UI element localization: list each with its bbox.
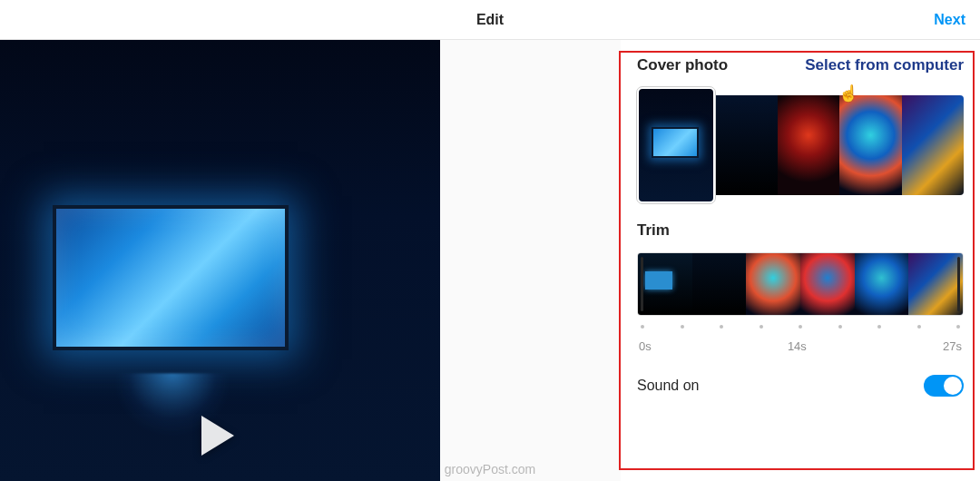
video-controls-pane: Cover photo Select from computer Trim	[621, 40, 980, 481]
trim-frame	[855, 253, 909, 315]
cover-photo-label: Cover photo	[637, 56, 728, 74]
tick-dot	[877, 325, 881, 329]
cover-frame[interactable]	[715, 95, 778, 195]
trim-label: Trim	[637, 221, 964, 240]
spacer: groovyPost.com	[440, 40, 621, 481]
tick-dot	[760, 325, 763, 329]
cover-frame-strip	[637, 87, 964, 203]
trim-ticks	[637, 325, 964, 329]
cover-header-row: Cover photo Select from computer	[637, 56, 964, 74]
dialog-header: Edit Next	[0, 0, 980, 40]
tick-dot	[917, 325, 921, 329]
trim-frame	[908, 253, 963, 315]
cover-frame[interactable]	[902, 95, 965, 195]
cover-frame[interactable]	[839, 95, 902, 195]
trim-handle-end[interactable]	[957, 257, 960, 311]
watermark-text: groovyPost.com	[445, 462, 535, 476]
trim-handle-start[interactable]	[641, 257, 643, 311]
dialog-content: groovyPost.com Cover photo Select from c…	[0, 40, 980, 481]
trim-frame	[692, 253, 747, 315]
trim-frame	[638, 253, 692, 315]
trim-frame	[746, 253, 800, 315]
tick-dot	[956, 325, 960, 329]
sound-label: Sound on	[637, 378, 700, 394]
sound-toggle[interactable]	[924, 375, 964, 397]
next-button[interactable]: Next	[934, 12, 965, 28]
trim-tick-mid: 14s	[788, 339, 807, 353]
sound-row: Sound on	[637, 375, 964, 397]
trim-strip[interactable]	[637, 252, 964, 316]
dialog-title: Edit	[476, 12, 504, 28]
toggle-knob	[944, 377, 962, 395]
tick-dot	[681, 325, 684, 329]
tick-dot	[799, 325, 802, 329]
select-from-computer-link[interactable]: Select from computer	[805, 56, 964, 74]
cover-frame[interactable]	[778, 95, 840, 195]
tick-dot	[641, 325, 644, 329]
play-icon[interactable]	[201, 416, 234, 456]
video-preview-pane	[0, 40, 440, 481]
preview-stage-screen	[53, 205, 289, 350]
cover-frame-rest	[715, 95, 964, 195]
preview-light-beam	[83, 373, 261, 479]
tick-dot	[838, 325, 842, 329]
trim-tick-start: 0s	[639, 339, 652, 353]
trim-tick-labels: 0s 14s 27s	[637, 339, 964, 353]
cover-frame-selected[interactable]	[637, 87, 715, 203]
tick-dot	[720, 325, 723, 329]
trim-frame	[800, 253, 855, 315]
trim-tick-end: 27s	[943, 339, 962, 353]
